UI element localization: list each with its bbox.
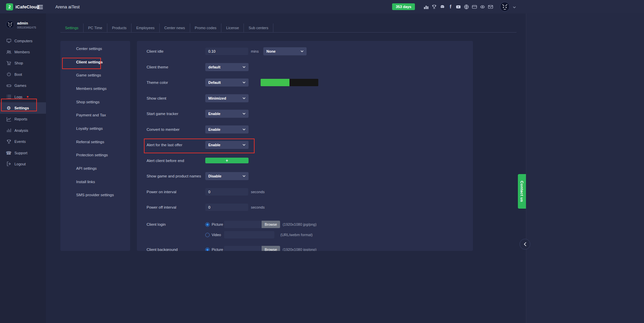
sidebar-item-analysis[interactable]: Analysis [0,125,46,136]
globe-icon[interactable] [464,4,469,10]
mail-icon[interactable] [488,4,493,10]
settings-nav-card: Center settings Client settings Game set… [60,41,130,251]
tab-pc-time[interactable]: PC Time [84,23,107,32]
client-login-picture-hint: (1920x1080 jpg/png) [283,222,317,226]
sidebar-user[interactable]: admin 005193482475 [0,13,46,32]
show-names-label: Show game and product names [147,174,205,178]
sidebar-toggle-button[interactable] [37,4,43,9]
client-login-picture-radio[interactable] [205,222,210,227]
show-client-select[interactable]: Minimized [205,94,249,102]
client-background-browse-button[interactable]: Browse [262,246,280,251]
settings-tabbar: Settings PC Time Products Employees Cent… [60,23,517,33]
settings-nav-install-links[interactable]: Install links [60,175,130,189]
eye-icon[interactable] [480,4,485,10]
client-login-label: Client login [147,219,205,230]
brand[interactable]: 2 iCafeCloud [6,0,39,13]
alert-before-end-add-button[interactable]: + [205,158,249,163]
client-login-picture-file-input[interactable] [224,221,262,228]
settings-nav-client-settings[interactable]: Client settings [60,55,130,69]
facebook-icon[interactable]: f [447,4,453,10]
settings-nav-game-settings[interactable]: Game settings [60,68,130,82]
settings-nav-center-settings[interactable]: Center settings [60,42,130,55]
contact-us-tab[interactable]: Contact us [518,174,526,209]
convert-to-member-select[interactable]: Enable [205,125,249,133]
settings-nav-protection-settings[interactable]: Protection settings [60,149,130,162]
client-idle-select[interactable]: None [263,47,307,55]
members-icon [6,50,11,55]
client-background-picture-label: Picture [212,248,223,251]
row-client-theme: Client theme default [147,59,473,75]
chat-collapse-button[interactable] [520,239,530,250]
tab-products[interactable]: Products [107,23,131,32]
youtube-icon[interactable] [455,4,461,10]
row-start-game-tracker: Start game tracker Enable [147,106,473,122]
sidebar-item-games[interactable]: Games [0,80,46,91]
trophy-icon[interactable] [431,4,437,10]
alert-last-offer-select[interactable]: Enable [205,141,249,149]
sidebar-item-members[interactable]: Members [0,46,46,57]
theme-color-label: Theme color [147,80,205,85]
chevron-down-icon [243,113,246,115]
client-idle-input[interactable] [205,48,248,55]
sidebar-item-settings[interactable]: ⚙ Settings [0,102,46,113]
settings-nav-api-settings[interactable]: API settings [60,162,130,175]
user-avatar[interactable] [500,2,510,12]
sidebar-item-reports[interactable]: Reports [0,114,46,125]
settings-nav-loyalty-settings[interactable]: Loyalty settings [60,122,130,135]
settings-nav-payment-and-tax[interactable]: Payment and Tax [60,108,130,122]
stats-icon[interactable] [423,4,429,10]
chevron-down-icon [301,50,304,52]
tab-sub-centers[interactable]: Sub centers [244,23,273,32]
sidebar-item-shop[interactable]: Shop [0,58,46,69]
theme-color-preview-dark [289,79,318,86]
client-background-label: Client background [147,245,205,251]
settings-nav-members-settings[interactable]: Members settings [60,82,130,95]
icafecloud-app: 2 iCafeCloud Arena aiTest 353 days f [0,0,644,323]
logs-alert-dot [27,96,29,98]
client-theme-select[interactable]: default [205,63,249,71]
start-game-tracker-select[interactable]: Enable [205,110,249,118]
license-days-badge[interactable]: 353 days [392,3,415,10]
alert-last-offer-label: Alert for the last offer [147,143,205,147]
gamepad-icon [6,83,11,88]
row-alert-last-offer: Alert for the last offer Enable [147,137,473,153]
client-background-file-input[interactable] [224,246,262,251]
chevron-down-icon [243,128,246,130]
right-empty-zone [526,13,644,323]
client-background-picture-radio[interactable] [205,248,210,251]
tab-employees[interactable]: Employees [131,23,159,32]
card-icon[interactable] [472,4,477,10]
settings-nav-referral-settings[interactable]: Referral settings [60,135,130,149]
tab-center-news[interactable]: Center news [160,23,190,32]
client-login-picture-line: Picture Browse (1920x1080 jpg/png) [205,219,317,230]
sidebar-item-label: Shop [14,61,23,65]
power-on-interval-input[interactable] [205,188,248,196]
client-login-browse-button[interactable]: Browse [262,221,280,228]
sidebar-item-support[interactable]: ☎ Support [0,147,46,158]
tab-license[interactable]: License [221,23,244,32]
sidebar-nav: Computers Members Shop Boot Games Logs [0,35,46,170]
client-login-video-radio[interactable] [205,233,210,237]
sidebar-item-label: Analysis [14,128,28,132]
sidebar-item-boot[interactable]: Boot [0,69,46,80]
client-login-video-url-input[interactable] [224,231,274,238]
tab-settings[interactable]: Settings [60,23,84,32]
row-show-client: Show client Minimized [147,91,473,106]
account-chevron-down-icon[interactable] [513,4,516,10]
settings-nav-sms-provider-settings[interactable]: SMS provider settings [60,189,130,202]
row-theme-color: Theme color Default [147,75,473,91]
tab-promo-codes[interactable]: Promo codes [190,23,222,32]
list-icon [6,94,11,99]
show-names-select[interactable]: Disable [205,172,249,180]
bars-icon [6,128,11,133]
theme-color-select[interactable]: Default [205,78,249,87]
discord-icon[interactable] [439,4,445,10]
sidebar-item-label: Settings [14,106,29,110]
power-off-interval-input[interactable] [205,204,248,211]
sidebar-item-logout[interactable]: Logout [0,158,46,169]
sidebar-item-events[interactable]: Events [0,136,46,147]
sidebar-item-computers[interactable]: Computers [0,35,46,46]
settings-nav-shop-settings[interactable]: Shop settings [60,95,130,109]
sidebar-item-logs[interactable]: Logs [0,91,46,102]
client-settings-form: Client idle mins None Client theme defau… [137,41,473,251]
